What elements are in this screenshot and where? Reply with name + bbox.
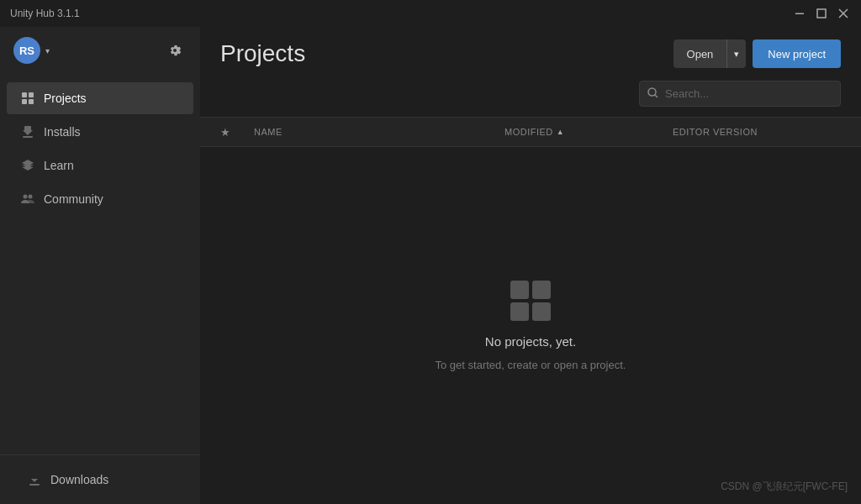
settings-button[interactable] — [163, 39, 187, 62]
svg-point-10 — [29, 195, 33, 199]
sidebar-item-installs[interactable]: Installs — [7, 116, 193, 148]
watermark: CSDN @飞浪纪元[FWC-FE] — [721, 480, 848, 494]
sidebar-item-community[interactable]: Community — [7, 183, 193, 215]
sidebar-item-learn[interactable]: Learn — [7, 150, 193, 181]
svg-rect-1 — [817, 9, 826, 18]
maximize-button[interactable] — [814, 6, 829, 21]
open-button[interactable]: Open — [673, 39, 727, 68]
content-header: Projects Open ▾ New project — [200, 27, 861, 81]
open-caret-icon: ▾ — [734, 49, 739, 59]
svg-rect-4 — [22, 92, 27, 97]
window-controls — [792, 6, 851, 21]
empty-icon-sq3 — [510, 302, 529, 321]
svg-rect-11 — [29, 484, 40, 486]
sidebar-item-installs-label: Installs — [44, 125, 81, 139]
app-title: Unity Hub 3.1.1 — [10, 8, 80, 19]
col-star-header: ★ — [220, 126, 254, 139]
sidebar-item-downloads[interactable]: Downloads — [13, 464, 187, 496]
community-icon — [20, 192, 35, 207]
col-name-header: NAME — [254, 127, 504, 137]
svg-line-13 — [655, 95, 658, 97]
avatar: RS — [13, 37, 40, 64]
header-actions: Open ▾ New project — [673, 39, 841, 68]
search-area — [200, 81, 861, 117]
title-bar: Unity Hub 3.1.1 — [0, 0, 861, 27]
downloads-icon — [27, 472, 42, 487]
col-editor-header: EDITOR VERSION — [673, 127, 841, 137]
sidebar-item-downloads-label: Downloads — [50, 473, 108, 486]
svg-rect-8 — [23, 136, 33, 138]
sidebar-header: RS ▾ — [0, 27, 200, 74]
new-project-button[interactable]: New project — [753, 39, 841, 68]
sidebar-nav: Projects Installs Lea — [0, 74, 200, 454]
app-layout: RS ▾ Projects — [0, 27, 861, 504]
projects-icon — [20, 91, 35, 106]
col-modified-header[interactable]: MODIFIED ▲ — [504, 127, 673, 137]
sidebar-bottom: Downloads — [0, 454, 200, 504]
empty-state: No projects, yet. To get started, create… — [200, 147, 861, 504]
sidebar-item-community-label: Community — [44, 192, 103, 206]
star-icon: ★ — [220, 126, 230, 139]
minimize-button[interactable] — [792, 6, 807, 21]
close-button[interactable] — [836, 6, 851, 21]
main-content: Projects Open ▾ New project — [200, 27, 861, 504]
open-dropdown-button[interactable]: ▾ — [726, 39, 746, 68]
table-header: ★ NAME MODIFIED ▲ EDITOR VERSION — [200, 117, 861, 147]
svg-rect-6 — [22, 99, 27, 104]
sidebar: RS ▾ Projects — [0, 27, 200, 504]
empty-state-title: No projects, yet. — [485, 334, 576, 349]
search-icon — [647, 87, 658, 101]
empty-state-subtitle: To get started, create or open a project… — [436, 359, 626, 371]
empty-state-icon — [510, 281, 551, 321]
installs-icon — [20, 124, 35, 139]
svg-rect-0 — [795, 13, 804, 15]
svg-rect-7 — [29, 99, 34, 104]
empty-icon-sq1 — [510, 281, 529, 299]
svg-point-12 — [648, 88, 656, 96]
avatar-caret-icon: ▾ — [45, 46, 50, 55]
sidebar-item-projects[interactable]: Projects — [7, 82, 193, 114]
avatar-area[interactable]: RS ▾ — [13, 37, 50, 64]
sidebar-item-learn-label: Learn — [44, 159, 74, 172]
search-wrapper — [639, 81, 841, 107]
empty-icon-sq4 — [532, 302, 551, 321]
search-input[interactable] — [639, 81, 841, 107]
sort-arrow-icon: ▲ — [557, 128, 564, 136]
empty-icon-sq2 — [532, 281, 551, 299]
svg-point-9 — [24, 195, 28, 199]
learn-icon — [20, 158, 35, 173]
sidebar-item-projects-label: Projects — [44, 92, 87, 105]
svg-rect-5 — [29, 92, 34, 97]
page-title: Projects — [220, 40, 305, 67]
